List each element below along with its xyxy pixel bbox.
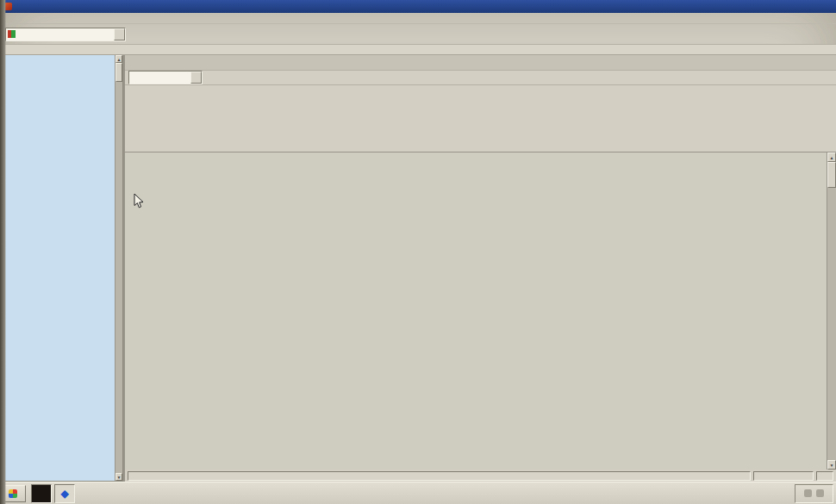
tree-scrollbar[interactable]: ▲ ▼ <box>115 55 122 481</box>
menu-bar <box>0 13 836 24</box>
content-area: ▲ ▼ <box>125 55 836 482</box>
layout-combo-dropdown-icon[interactable] <box>190 72 202 84</box>
status-panel-2 <box>753 471 814 481</box>
layout-combo[interactable] <box>128 71 203 84</box>
tree-scroll-down-icon[interactable]: ▼ <box>115 473 122 481</box>
rundown-table <box>125 152 827 470</box>
table-scroll-up-icon[interactable]: ▲ <box>827 152 836 162</box>
openmedia-window: ▲ ▼ <box>0 0 836 504</box>
window-titlebar[interactable] <box>0 0 836 13</box>
status-bar <box>125 470 836 482</box>
tab-bar <box>125 55 836 70</box>
news-ticker <box>0 45 836 55</box>
status-panel-3 <box>816 471 833 481</box>
rundown-selector-combo[interactable] <box>5 28 126 41</box>
tree-scroll-up-icon[interactable]: ▲ <box>115 55 122 63</box>
rundown-table-wrap: ▲ ▼ <box>125 152 836 470</box>
app-icon <box>4 3 12 10</box>
start-button[interactable] <box>3 485 26 502</box>
main-toolbar <box>0 24 836 45</box>
sidebar: ▲ ▼ <box>0 55 125 482</box>
tree-scroll-thumb[interactable] <box>115 63 122 82</box>
rundown-toolbar <box>125 70 836 85</box>
tray-icon-2[interactable] <box>816 489 824 497</box>
table-scroll-down-icon[interactable]: ▼ <box>827 460 836 470</box>
status-message <box>128 471 751 481</box>
system-tray <box>795 484 833 503</box>
windows-taskbar: ◆ <box>0 482 836 504</box>
openmedia-taskbar-icon[interactable]: ◆ <box>54 484 75 503</box>
rundown-combo-icon <box>8 30 16 38</box>
quantel-taskbar-icon[interactable] <box>31 484 52 503</box>
sidebar-tree: ▲ ▼ <box>0 55 123 482</box>
rundown-header-form <box>125 85 836 152</box>
table-scroll-thumb[interactable] <box>827 162 836 188</box>
windows-logo-icon <box>9 489 17 498</box>
tray-icon-1[interactable] <box>804 489 812 497</box>
table-scrollbar[interactable]: ▲ ▼ <box>827 152 836 470</box>
rundown-combo-dropdown-icon[interactable] <box>114 28 125 40</box>
